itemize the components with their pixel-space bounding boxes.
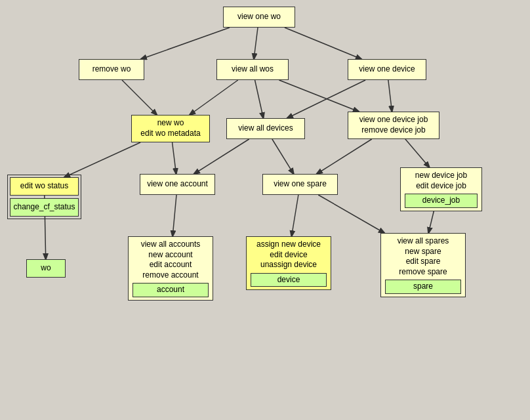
view_one_device-node: view one device — [348, 59, 426, 80]
svg-line-14 — [405, 139, 430, 167]
view_all_devices-label: view all devices — [238, 123, 293, 134]
view_one_account-node: view one account — [140, 174, 215, 195]
svg-line-9 — [64, 142, 140, 177]
view_all_accounts-node: view all accounts new account edit accou… — [128, 236, 213, 301]
remove_wo-node: remove wo — [79, 59, 144, 80]
svg-line-10 — [173, 142, 176, 174]
view_one_wo-label: view one wo — [237, 12, 281, 22]
svg-line-0 — [141, 28, 230, 59]
view_all_spares-label: view all spares new spare edit spare rem… — [398, 236, 449, 277]
view_all_wos-label: view all wos — [232, 64, 274, 75]
svg-line-12 — [272, 139, 294, 174]
svg-line-6 — [279, 80, 358, 112]
svg-line-3 — [122, 80, 157, 115]
assign_new_device-label: assign new device edit device unassign d… — [256, 240, 321, 270]
view_all_devices-node: view all devices — [226, 118, 305, 139]
svg-line-13 — [317, 139, 372, 174]
view_all_accounts-label: view all accounts new account edit accou… — [141, 240, 201, 280]
view_all_spares-node: view all spares new spare edit spare rem… — [380, 233, 466, 297]
svg-line-17 — [292, 195, 298, 236]
new_device_job_edit-label: new device job edit device job — [415, 171, 467, 191]
view_one_device-label: view one device — [359, 64, 415, 75]
remove_wo-label: remove wo — [92, 64, 131, 75]
svg-line-1 — [254, 28, 258, 59]
svg-line-18 — [318, 195, 384, 233]
view_one_device_job-label: view one device job remove device job — [359, 115, 428, 135]
view_one_device_job-node: view one device job remove device job — [348, 112, 439, 139]
new_wo_edit-node: new wo edit wo metadata — [131, 115, 210, 142]
assign_new_device-inner: device — [251, 273, 327, 287]
wo-node: wo — [26, 259, 66, 278]
svg-line-8 — [388, 80, 392, 112]
view_one_spare-node: view one spare — [262, 174, 338, 195]
view_one_account-label: view one account — [147, 179, 208, 190]
diagram: view one woremove woview all wosview one… — [0, 0, 530, 420]
assign_new_device-node: assign new device edit device unassign d… — [246, 236, 331, 290]
new_wo_edit-label: new wo edit wo metadata — [140, 118, 200, 138]
wo-status-outer-border — [7, 175, 81, 219]
view_all_accounts-inner: account — [132, 283, 209, 297]
new_device_job_edit-node: new device job edit device jobdevice_job — [400, 167, 482, 211]
svg-line-4 — [190, 80, 238, 115]
view_all_spares-inner: spare — [385, 280, 461, 294]
view_one_wo-node: view one wo — [223, 7, 295, 28]
wo-label: wo — [41, 263, 51, 274]
svg-line-5 — [255, 80, 264, 118]
view_one_spare-label: view one spare — [274, 179, 327, 190]
svg-line-11 — [194, 139, 249, 174]
svg-line-16 — [173, 195, 176, 236]
svg-line-2 — [285, 28, 361, 59]
view_all_wos-node: view all wos — [216, 59, 289, 80]
new_device_job_edit-inner: device_job — [405, 194, 478, 208]
